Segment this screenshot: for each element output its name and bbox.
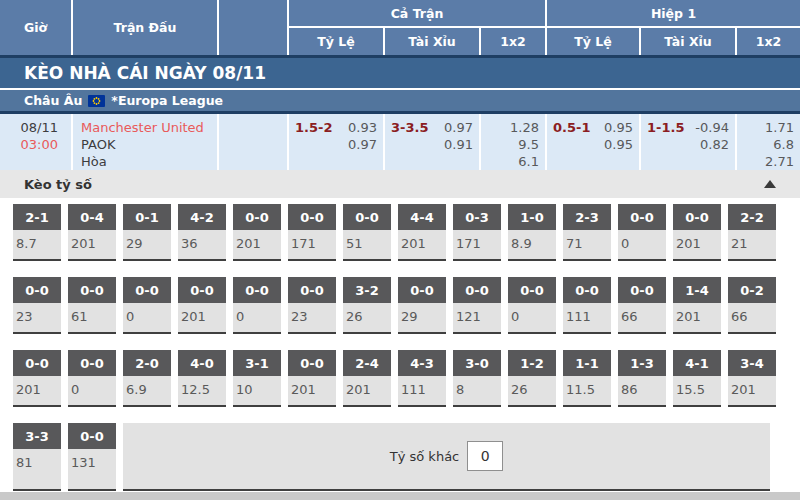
- score-cell[interactable]: 2-18.7: [13, 204, 61, 261]
- score-cell[interactable]: 1-111.5: [563, 350, 611, 407]
- score-cell[interactable]: 0-3171: [453, 204, 501, 261]
- score-cell[interactable]: 0-029: [398, 277, 446, 334]
- score-badge[interactable]: 1-3: [618, 350, 666, 376]
- score-cell[interactable]: 2-4201: [343, 350, 391, 407]
- score-badge[interactable]: 2-0: [123, 350, 171, 376]
- score-badge[interactable]: 3-1: [233, 350, 281, 376]
- other-score-input[interactable]: [467, 441, 503, 471]
- score-cell[interactable]: 3-381: [13, 423, 61, 491]
- score-badge[interactable]: 2-1: [13, 204, 61, 230]
- score-cell[interactable]: 0-00: [123, 277, 171, 334]
- half-under-odd[interactable]: 0.82: [695, 136, 729, 153]
- score-badge[interactable]: 0-0: [398, 277, 446, 303]
- score-badge[interactable]: 0-2: [728, 277, 776, 303]
- score-badge[interactable]: 2-4: [343, 350, 391, 376]
- league-name[interactable]: *Europa League: [111, 93, 223, 108]
- half-1x2-draw[interactable]: 2.71: [737, 153, 794, 170]
- score-badge[interactable]: 0-0: [123, 277, 171, 303]
- score-badge[interactable]: 0-0: [288, 350, 336, 376]
- score-cell[interactable]: 3-08: [453, 350, 501, 407]
- score-badge[interactable]: 4-4: [398, 204, 446, 230]
- half-1x2-away[interactable]: 6.8: [737, 136, 794, 153]
- score-cell[interactable]: 0-0201: [178, 277, 226, 334]
- score-cell[interactable]: 0-0201: [233, 204, 281, 261]
- score-badge[interactable]: 0-0: [13, 277, 61, 303]
- score-cell[interactable]: 4-4201: [398, 204, 446, 261]
- score-cell[interactable]: 0-023: [13, 277, 61, 334]
- half-handicap-odd-away[interactable]: 0.95: [604, 136, 633, 153]
- score-badge[interactable]: 3-4: [728, 350, 776, 376]
- score-badge[interactable]: 4-2: [178, 204, 226, 230]
- score-badge[interactable]: 0-0: [68, 423, 116, 449]
- score-badge[interactable]: 0-0: [508, 277, 556, 303]
- score-badge[interactable]: 1-1: [563, 350, 611, 376]
- score-cell[interactable]: 0-00: [618, 204, 666, 261]
- score-cell[interactable]: 0-00: [233, 277, 281, 334]
- score-cell[interactable]: 0-0171: [288, 204, 336, 261]
- half-handicap-odd-home[interactable]: 0.95: [604, 119, 633, 136]
- score-cell[interactable]: 0-0111: [563, 277, 611, 334]
- score-badge[interactable]: 1-4: [673, 277, 721, 303]
- score-cell[interactable]: 0-129: [123, 204, 171, 261]
- score-badge[interactable]: 0-0: [618, 277, 666, 303]
- score-badge[interactable]: 0-0: [233, 277, 281, 303]
- score-badge[interactable]: 1-2: [508, 350, 556, 376]
- score-badge[interactable]: 2-2: [728, 204, 776, 230]
- score-badge[interactable]: 4-3: [398, 350, 446, 376]
- score-badge[interactable]: 0-0: [343, 204, 391, 230]
- full-1x2-draw[interactable]: 6.1: [481, 153, 539, 170]
- half-1x2-home[interactable]: 1.71: [737, 119, 794, 136]
- full-handicap-odd-away[interactable]: 0.97: [348, 136, 377, 153]
- score-badge[interactable]: 0-4: [68, 204, 116, 230]
- score-badge[interactable]: 0-0: [453, 277, 501, 303]
- score-badge[interactable]: 4-0: [178, 350, 226, 376]
- score-badge[interactable]: 3-3: [13, 423, 61, 449]
- score-cell[interactable]: 3-4201: [728, 350, 776, 407]
- score-cell[interactable]: 0-00: [508, 277, 556, 334]
- score-cell[interactable]: 1-4201: [673, 277, 721, 334]
- score-badge[interactable]: 4-1: [673, 350, 721, 376]
- score-cell[interactable]: 0-4201: [68, 204, 116, 261]
- score-badge[interactable]: 0-0: [68, 277, 116, 303]
- score-cell[interactable]: 0-051: [343, 204, 391, 261]
- score-cell[interactable]: 1-226: [508, 350, 556, 407]
- score-badge[interactable]: 0-0: [563, 277, 611, 303]
- score-cell[interactable]: 4-115.5: [673, 350, 721, 407]
- score-badge[interactable]: 0-0: [618, 204, 666, 230]
- score-badge[interactable]: 0-3: [453, 204, 501, 230]
- full-1x2-home[interactable]: 1.28: [481, 119, 539, 136]
- score-section-bar[interactable]: Kèo tỷ số: [0, 170, 800, 198]
- score-badge[interactable]: 0-0: [233, 204, 281, 230]
- score-cell[interactable]: 0-061: [68, 277, 116, 334]
- score-badge[interactable]: 3-0: [453, 350, 501, 376]
- full-under-odd[interactable]: 0.91: [444, 136, 473, 153]
- score-cell[interactable]: 0-0201: [673, 204, 721, 261]
- score-cell[interactable]: 4-3111: [398, 350, 446, 407]
- score-badge[interactable]: 0-0: [673, 204, 721, 230]
- score-cell[interactable]: 4-012.5: [178, 350, 226, 407]
- score-cell[interactable]: 2-371: [563, 204, 611, 261]
- score-cell[interactable]: 0-0131: [68, 423, 116, 491]
- score-badge[interactable]: 1-0: [508, 204, 556, 230]
- score-cell[interactable]: 0-023: [288, 277, 336, 334]
- full-1x2-away[interactable]: 9.5: [481, 136, 539, 153]
- score-cell[interactable]: 3-226: [343, 277, 391, 334]
- score-cell[interactable]: 2-221: [728, 204, 776, 261]
- score-cell[interactable]: 0-0121: [453, 277, 501, 334]
- score-cell[interactable]: 2-06.9: [123, 350, 171, 407]
- score-badge[interactable]: 0-0: [288, 204, 336, 230]
- score-badge[interactable]: 0-0: [288, 277, 336, 303]
- score-badge[interactable]: 0-0: [178, 277, 226, 303]
- score-badge[interactable]: 2-3: [563, 204, 611, 230]
- score-cell[interactable]: 4-236: [178, 204, 226, 261]
- score-cell[interactable]: 0-0201: [13, 350, 61, 407]
- score-cell[interactable]: 3-110: [233, 350, 281, 407]
- score-badge[interactable]: 0-0: [68, 350, 116, 376]
- full-over-odd[interactable]: 0.97: [444, 119, 473, 136]
- score-cell[interactable]: 0-266: [728, 277, 776, 334]
- score-cell[interactable]: 0-066: [618, 277, 666, 334]
- score-badge[interactable]: 0-0: [13, 350, 61, 376]
- score-cell[interactable]: 0-00: [68, 350, 116, 407]
- score-cell[interactable]: 1-08.9: [508, 204, 556, 261]
- full-handicap-odd-home[interactable]: 0.93: [348, 119, 377, 136]
